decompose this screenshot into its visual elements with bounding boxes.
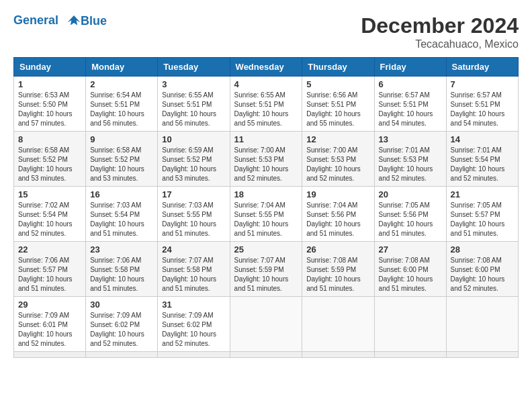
table-row: 16 Sunrise: 7:03 AMSunset: 5:54 PMDaylig… [86, 187, 158, 242]
table-row: 31 Sunrise: 7:09 AMSunset: 6:02 PMDaylig… [158, 297, 230, 352]
table-row: 6 Sunrise: 6:57 AMSunset: 5:51 PMDayligh… [374, 77, 446, 132]
day-info: Sunrise: 7:08 AMSunset: 6:00 PMDaylight:… [451, 257, 505, 292]
table-row: 28 Sunrise: 7:08 AMSunset: 6:00 PMDaylig… [446, 242, 518, 297]
day-number: 22 [18, 244, 81, 255]
day-info: Sunrise: 7:05 AMSunset: 5:56 PMDaylight:… [379, 201, 433, 237]
day-info: Sunrise: 7:06 AMSunset: 5:57 PMDaylight:… [18, 257, 73, 292]
day-number: 15 [18, 189, 81, 199]
day-info: Sunrise: 6:59 AMSunset: 5:52 PMDaylight:… [162, 146, 216, 182]
table-row: 8 Sunrise: 6:58 AMSunset: 5:52 PMDayligh… [14, 132, 86, 187]
logo-text-general: General [13, 13, 58, 27]
table-row: 10 Sunrise: 6:59 AMSunset: 5:52 PMDaylig… [158, 132, 230, 187]
day-number: 12 [306, 134, 369, 144]
table-row [302, 297, 374, 352]
day-info: Sunrise: 7:07 AMSunset: 5:59 PMDaylight:… [234, 257, 289, 292]
day-info: Sunrise: 7:03 AMSunset: 5:55 PMDaylight:… [162, 201, 216, 237]
day-info: Sunrise: 7:01 AMSunset: 5:53 PMDaylight:… [379, 146, 433, 182]
month-title: December 2024 [361, 13, 519, 38]
day-info: Sunrise: 7:09 AMSunset: 6:02 PMDaylight:… [90, 312, 144, 347]
calendar-week-row: 8 Sunrise: 6:58 AMSunset: 5:52 PMDayligh… [14, 132, 519, 187]
day-info: Sunrise: 6:56 AMSunset: 5:51 PMDaylight:… [306, 91, 361, 127]
table-row: 24 Sunrise: 7:07 AMSunset: 5:58 PMDaylig… [158, 242, 230, 297]
table-row: 11 Sunrise: 7:00 AMSunset: 5:53 PMDaylig… [230, 132, 302, 187]
table-row: 5 Sunrise: 6:56 AMSunset: 5:51 PMDayligh… [302, 77, 374, 132]
page-header: General Blue December 2024 Tecacahuaco, … [13, 13, 519, 50]
day-info: Sunrise: 7:08 AMSunset: 5:59 PMDaylight:… [306, 257, 361, 292]
table-row: 3 Sunrise: 6:55 AMSunset: 5:51 PMDayligh… [158, 77, 230, 132]
day-number: 16 [90, 189, 153, 199]
table-row [14, 352, 86, 358]
table-row: 19 Sunrise: 7:04 AMSunset: 5:56 PMDaylig… [302, 187, 374, 242]
day-number: 19 [306, 189, 369, 199]
day-number: 1 [18, 79, 81, 89]
day-info: Sunrise: 7:04 AMSunset: 5:55 PMDaylight:… [234, 201, 289, 237]
day-info: Sunrise: 7:04 AMSunset: 5:56 PMDaylight:… [306, 201, 361, 237]
table-row: 2 Sunrise: 6:54 AMSunset: 5:51 PMDayligh… [86, 77, 158, 132]
table-row: 30 Sunrise: 7:09 AMSunset: 6:02 PMDaylig… [86, 297, 158, 352]
day-info: Sunrise: 6:58 AMSunset: 5:52 PMDaylight:… [90, 146, 144, 182]
col-saturday: Saturday [446, 58, 518, 77]
calendar-header-row: Sunday Monday Tuesday Wednesday Thursday… [14, 58, 519, 77]
calendar-week-row: 29 Sunrise: 7:09 AMSunset: 6:01 PMDaylig… [14, 297, 519, 352]
day-number: 14 [451, 134, 514, 144]
day-number: 4 [234, 79, 298, 89]
table-row [230, 297, 302, 352]
day-info: Sunrise: 7:09 AMSunset: 6:01 PMDaylight:… [18, 312, 73, 347]
table-row: 18 Sunrise: 7:04 AMSunset: 5:55 PMDaylig… [230, 187, 302, 242]
table-row: 26 Sunrise: 7:08 AMSunset: 5:59 PMDaylig… [302, 242, 374, 297]
day-info: Sunrise: 7:00 AMSunset: 5:53 PMDaylight:… [306, 146, 361, 182]
table-row: 29 Sunrise: 7:09 AMSunset: 6:01 PMDaylig… [14, 297, 86, 352]
table-row: 4 Sunrise: 6:55 AMSunset: 5:51 PMDayligh… [230, 77, 302, 132]
table-row [446, 352, 518, 358]
day-info: Sunrise: 6:57 AMSunset: 5:51 PMDaylight:… [451, 91, 505, 127]
calendar-table: Sunday Monday Tuesday Wednesday Thursday… [13, 57, 519, 358]
day-info: Sunrise: 7:09 AMSunset: 6:02 PMDaylight:… [162, 312, 216, 347]
day-number: 6 [379, 79, 442, 89]
calendar-week-row: 22 Sunrise: 7:06 AMSunset: 5:57 PMDaylig… [14, 242, 519, 297]
table-row: 23 Sunrise: 7:06 AMSunset: 5:58 PMDaylig… [86, 242, 158, 297]
table-row: 15 Sunrise: 7:02 AMSunset: 5:54 PMDaylig… [14, 187, 86, 242]
day-info: Sunrise: 7:07 AMSunset: 5:58 PMDaylight:… [162, 257, 216, 292]
day-number: 3 [162, 79, 225, 89]
day-number: 31 [162, 300, 225, 310]
table-row [446, 297, 518, 352]
svg-marker-0 [68, 15, 81, 26]
table-row: 14 Sunrise: 7:01 AMSunset: 5:54 PMDaylig… [446, 132, 518, 187]
day-number: 20 [379, 189, 442, 199]
day-info: Sunrise: 6:55 AMSunset: 5:51 PMDaylight:… [162, 91, 216, 127]
table-row: 13 Sunrise: 7:01 AMSunset: 5:53 PMDaylig… [374, 132, 446, 187]
table-row: 21 Sunrise: 7:05 AMSunset: 5:57 PMDaylig… [446, 187, 518, 242]
day-info: Sunrise: 6:57 AMSunset: 5:51 PMDaylight:… [379, 91, 433, 127]
day-number: 28 [451, 244, 514, 255]
table-row [302, 352, 374, 358]
day-number: 10 [162, 134, 225, 144]
table-row: 12 Sunrise: 7:00 AMSunset: 5:53 PMDaylig… [302, 132, 374, 187]
day-number: 25 [234, 244, 298, 255]
day-number: 9 [90, 134, 153, 144]
day-number: 23 [90, 244, 153, 255]
day-number: 27 [379, 244, 442, 255]
table-row: 1 Sunrise: 6:53 AMSunset: 5:50 PMDayligh… [14, 77, 86, 132]
title-area: December 2024 Tecacahuaco, Mexico [361, 13, 519, 50]
day-info: Sunrise: 7:06 AMSunset: 5:58 PMDaylight:… [90, 257, 144, 292]
table-row: 25 Sunrise: 7:07 AMSunset: 5:59 PMDaylig… [230, 242, 302, 297]
table-row [374, 297, 446, 352]
col-thursday: Thursday [302, 58, 374, 77]
day-number: 24 [162, 244, 225, 255]
day-number: 17 [162, 189, 225, 199]
day-info: Sunrise: 7:01 AMSunset: 5:54 PMDaylight:… [451, 146, 505, 182]
day-info: Sunrise: 6:54 AMSunset: 5:51 PMDaylight:… [90, 91, 144, 127]
day-info: Sunrise: 6:58 AMSunset: 5:52 PMDaylight:… [18, 146, 73, 182]
table-row: 27 Sunrise: 7:08 AMSunset: 6:00 PMDaylig… [374, 242, 446, 297]
day-info: Sunrise: 7:02 AMSunset: 5:54 PMDaylight:… [18, 201, 73, 237]
table-row [158, 352, 230, 358]
day-info: Sunrise: 6:55 AMSunset: 5:51 PMDaylight:… [234, 91, 289, 127]
day-number: 2 [90, 79, 153, 89]
col-friday: Friday [374, 58, 446, 77]
col-monday: Monday [86, 58, 158, 77]
day-info: Sunrise: 7:08 AMSunset: 6:00 PMDaylight:… [379, 257, 433, 292]
table-row: 17 Sunrise: 7:03 AMSunset: 5:55 PMDaylig… [158, 187, 230, 242]
calendar-week-row: 1 Sunrise: 6:53 AMSunset: 5:50 PMDayligh… [14, 77, 519, 132]
day-info: Sunrise: 7:03 AMSunset: 5:54 PMDaylight:… [90, 201, 144, 237]
col-wednesday: Wednesday [230, 58, 302, 77]
